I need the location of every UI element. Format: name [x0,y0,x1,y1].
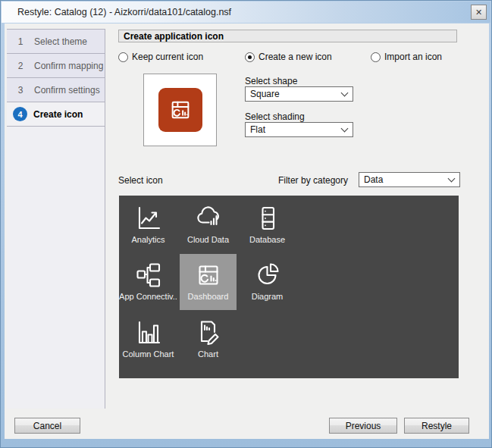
title-bar: Restyle: Catalog (12) - Aizkorri/data101… [2,2,490,23]
step-label: Confirm settings [34,85,100,96]
shading-select-value: Flat [250,124,265,135]
radio-import-icon[interactable]: Import an icon [371,52,442,62]
icon-tile-label: Cloud Data [187,235,229,244]
restyle-dialog-window: Restyle: Catalog (12) - Aizkorri/data101… [0,0,492,448]
sidebar-item-confirm-mapping[interactable]: 2 2 Confirm mapping [7,54,105,78]
diagram-icon [252,260,283,290]
icon-tile-label: Chart [198,349,218,359]
icon-tile-analytics[interactable]: Analytics [120,197,177,253]
icon-tile-label: App Connectiv.. [119,292,177,301]
select-icon-label: Select icon [118,175,163,186]
select-shape-label: Select shape [245,76,297,86]
step-number: 1 [13,36,28,47]
analytics-icon [133,203,164,233]
step-number: 3 [13,85,28,96]
radio-label: Import an icon [384,52,442,62]
step-label: Create icon [33,109,83,120]
section-title: Create application icon [118,30,457,42]
close-button[interactable]: ✕ [471,5,487,20]
radio-circle-icon[interactable] [118,52,128,62]
select-shading-label: Select shading [245,111,305,122]
previous-button[interactable]: Previous [329,418,397,434]
radio-keep-current-icon[interactable]: Keep current icon [118,52,203,62]
chevron-down-icon [448,174,456,182]
step-label: Confirm mapping [34,61,103,71]
app-connectivity-icon [133,260,164,290]
radio-label: Create a new icon [259,52,332,62]
icon-grid-panel: Analytics Cloud Data [119,196,459,378]
chevron-down-icon [341,89,349,96]
radio-create-new-icon[interactable]: Create a new icon [245,52,332,62]
radio-circle-icon[interactable] [371,52,381,62]
database-icon [252,203,283,233]
shape-select[interactable]: Square [245,86,353,102]
icon-tile-label: Analytics [131,235,165,244]
icon-tile-label: Column Chart [123,349,174,359]
window-title: Restyle: Catalog (12) - Aizkorri/data101… [17,7,231,17]
cloud-data-icon [193,203,224,233]
dashboard-preview-icon [158,88,202,132]
icon-tile-chart[interactable]: Chart [180,312,237,368]
dashboard-icon [193,260,224,290]
restyle-button[interactable]: Restyle [404,418,469,434]
shading-select[interactable]: Flat [245,122,353,137]
sidebar-item-confirm-settings[interactable]: 3 3 Confirm settings [7,78,105,102]
category-filter-value: Data [364,174,383,185]
icon-tile-dashboard[interactable]: Dashboard [180,254,237,310]
column-chart-icon [133,318,164,348]
chevron-down-icon [341,124,349,132]
filter-by-category-label: Filter by category [268,175,348,186]
icon-tile-diagram[interactable]: Diagram [239,254,296,310]
sidebar-item-create-icon[interactable]: 4 4 Create icon [7,102,105,127]
icon-tile-column-chart[interactable]: Column Chart [120,312,177,368]
icon-tile-label: Dashboard [188,292,229,301]
step-label: Select theme [34,36,87,47]
cancel-button[interactable]: Cancel [14,418,80,434]
radio-label: Keep current icon [132,52,203,62]
icon-tile-database[interactable]: Database [239,197,296,253]
category-filter-select[interactable]: Data [359,172,460,187]
chart-icon [193,318,224,348]
dialog-content: 1 1 Select theme 2 2 Confirm mapping 3 3… [5,23,489,439]
icon-tile-label: Database [249,235,285,244]
shape-select-value: Square [250,89,280,99]
icon-tile-label: Diagram [252,292,284,301]
icon-tile-cloud-data[interactable]: Cloud Data [180,197,237,253]
icon-tile-app-connectivity[interactable]: App Connectiv.. [120,254,177,310]
step-badge: 4 [13,107,27,121]
sidebar-item-select-theme[interactable]: 1 1 Select theme [7,30,105,54]
close-icon: ✕ [475,8,482,17]
wizard-steps-sidebar: 1 1 Select theme 2 2 Confirm mapping 3 3… [7,29,105,409]
step-number: 2 [13,61,28,71]
icon-preview-box [143,74,217,146]
radio-circle-icon[interactable] [245,52,255,62]
